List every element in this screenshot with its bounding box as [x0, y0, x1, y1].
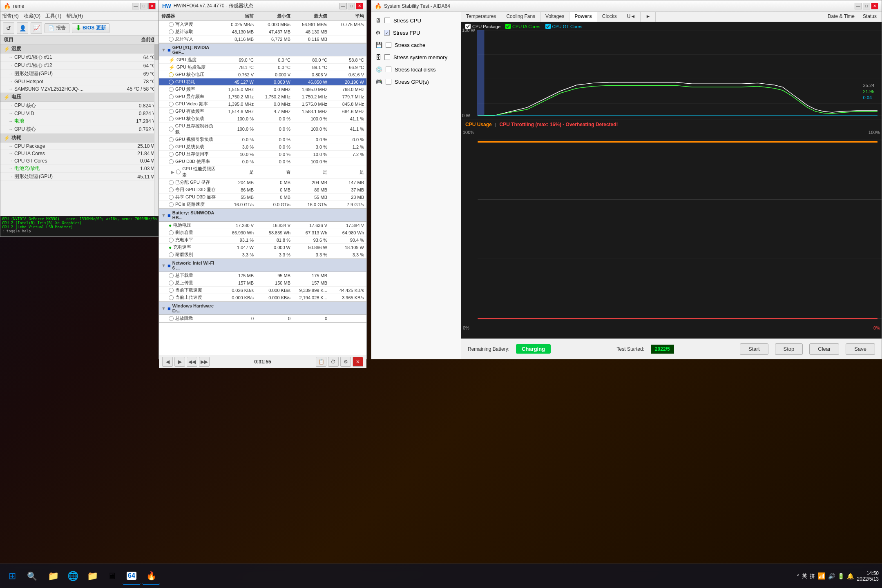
list-item: →CPU VID 0.824 V — [0, 110, 159, 117]
stress-fpu-checkbox[interactable] — [384, 30, 390, 36]
taskbar-file-explorer[interactable]: 📁 — [44, 567, 62, 585]
wifi-icon[interactable]: 📶 — [817, 572, 826, 580]
hwinfo-section-network: ▼ ■ Network: Intel Wi-Fi 6 ... 总下载量 175 … — [159, 259, 366, 302]
tab-temperatures[interactable]: Temperatures — [461, 12, 501, 22]
col-item: 项目 — [4, 36, 107, 43]
arrow-icon: → — [9, 79, 13, 84]
user-btn[interactable]: 👤 — [17, 22, 28, 34]
chart-btn[interactable]: 📈 — [31, 22, 42, 34]
tab-right-arrow[interactable]: ► — [641, 12, 656, 22]
clear-button[interactable]: Clear — [809, 343, 839, 355]
chevron-icon[interactable]: ^ — [797, 573, 799, 579]
fpu-icon: ⚙ — [375, 29, 381, 36]
hwinfo-close-btn[interactable]: ✕ — [356, 3, 363, 9]
stress-gpu-checkbox[interactable] — [386, 79, 391, 85]
table-row: 耐磨级别 3.3 % 3.3 % 3.3 % 3.3 % — [159, 251, 366, 258]
charging-badge: Charging — [516, 344, 551, 354]
section-power-label: 功耗 — [11, 134, 21, 141]
nav-forward-btn[interactable]: ▶ — [174, 357, 185, 367]
bios-update-btn[interactable]: ⬇ BIOS 更新 — [72, 23, 109, 33]
hw-copy-btn[interactable]: 📋 — [316, 357, 326, 367]
hw-close-btn[interactable]: ✕ — [353, 357, 363, 367]
section-voltage[interactable]: ⚡ 电压 — [0, 93, 159, 102]
legend-cpu-gt[interactable]: CPU GT Cores — [545, 24, 583, 29]
sst-maximize-btn[interactable]: □ — [863, 3, 870, 9]
aida-maximize-btn[interactable]: □ — [140, 3, 147, 9]
taskbar-aida64[interactable]: 🔥 — [142, 567, 160, 585]
menu-tools[interactable]: 工具(T) — [45, 13, 61, 20]
windows-icon: ⊞ — [9, 571, 16, 581]
hwinfo-section-gpu-header[interactable]: ▼ ■ GPU [#1]: NVIDIA GeF... — [159, 44, 366, 56]
hwinfo-content[interactable]: 写入速度 0.025 MB/s 0.000 MB/s 56.961 MB/s 0… — [159, 21, 366, 355]
stress-cpu-checkbox[interactable] — [384, 18, 390, 23]
nav-back-btn[interactable]: ◀ — [162, 357, 173, 367]
hwinfo-section-whe: ▼ ■ Windows Hardware Er... 总故障数 0 0 0 — [159, 302, 366, 323]
aida-close-btn[interactable]: ✕ — [148, 3, 156, 9]
nav-back2-btn[interactable]: ◀◀ — [187, 357, 197, 367]
legend-cpu-package[interactable]: CPU Package — [465, 24, 500, 29]
search-button[interactable]: 🔍 — [23, 567, 41, 585]
legend-cpu-package-check[interactable] — [465, 24, 471, 29]
hw-settings-btn[interactable]: ⚙ — [340, 357, 351, 367]
circle-icon — [169, 295, 174, 300]
start-button[interactable]: Start — [740, 343, 768, 355]
hwinfo-minimize-btn[interactable]: — — [339, 3, 347, 9]
sst-minimize-btn[interactable]: — — [855, 3, 862, 9]
refresh-btn[interactable]: ↺ — [3, 22, 14, 34]
stress-cache-checkbox[interactable] — [386, 42, 391, 48]
menu-reports[interactable]: 报告(R) — [2, 13, 19, 20]
hwinfo-section-battery-header[interactable]: ▼ ■ Battery: SUNWODA HB... — [159, 209, 366, 222]
tab-cooling[interactable]: Cooling Fans — [501, 12, 540, 22]
aida-minimize-btn[interactable]: — — [132, 3, 139, 9]
taskbar-clock[interactable]: 14:50 2022/5/13 — [857, 570, 879, 582]
report-icon: 📄 — [48, 25, 54, 31]
section-temperature[interactable]: ⚡ 温度 — [0, 45, 159, 53]
taskbar-hwinfo64[interactable]: 64 — [123, 567, 141, 585]
stress-cache-row: 💾 Stress cache — [375, 40, 457, 49]
hw-clock-btn[interactable]: ⏱ — [328, 357, 339, 367]
table-row: 总故障数 0 0 0 — [159, 315, 366, 322]
stress-memory-row: 🗄 Stress system memory — [375, 53, 457, 62]
arrow-icon: → — [9, 103, 13, 108]
menu-help[interactable]: 帮助(H) — [66, 13, 83, 20]
tab-powers[interactable]: Powers — [569, 12, 597, 22]
start-button[interactable]: ⊞ — [3, 567, 21, 585]
stress-disks-checkbox[interactable] — [386, 67, 391, 72]
taskbar-edge[interactable]: 🌐 — [64, 567, 82, 585]
legend-cpu-ia[interactable]: CPU IA Cores — [505, 24, 540, 29]
notification-icon[interactable]: 🔔 — [847, 573, 854, 579]
taskbar-explorer2[interactable]: 📁 — [83, 567, 101, 585]
lang-cn-icon[interactable]: 拼 — [810, 572, 815, 580]
circle-icon — [169, 22, 174, 27]
sst-close-btn[interactable]: ✕ — [871, 3, 878, 9]
nav-forward2-btn[interactable]: ▶▶ — [199, 357, 210, 367]
tab-clocks[interactable]: Clocks — [597, 12, 622, 22]
cpu12-value: 64 °C — [107, 63, 156, 69]
lang-en-icon[interactable]: 英 — [802, 572, 807, 580]
hwinfo-section-network-header[interactable]: ▼ ■ Network: Intel Wi-Fi 6 ... — [159, 259, 366, 272]
battery-icon[interactable]: 🔋 — [837, 573, 844, 579]
table-row: GPU 显存频率 1,750.2 MHz 1,750.2 MHz 1,750.2… — [159, 93, 366, 100]
cpu12-label: CPU #1/核心 #12 — [14, 62, 52, 69]
legend-cpu-ia-check[interactable] — [505, 24, 511, 29]
expand-icon: ▼ — [161, 213, 166, 218]
tab-left-arrow[interactable]: U◄ — [622, 12, 641, 22]
taskbar-monitor[interactable]: 🖥 — [103, 567, 121, 585]
legend-cpu-gt-check[interactable] — [545, 24, 551, 29]
hwinfo-section-battery: ▼ ■ Battery: SUNWODA HB... ● 电池电压 17.280… — [159, 209, 366, 259]
stress-cpu-row: 🖥 Stress CPU — [375, 16, 457, 25]
hwinfo-logo-icon: HW — [162, 3, 171, 9]
test-started-value: 2022/5 — [651, 345, 674, 354]
menu-favorites[interactable]: 收藏(O) — [24, 13, 40, 20]
section-power[interactable]: ⚡ 功耗 — [0, 134, 159, 143]
stop-button[interactable]: Stop — [775, 343, 803, 355]
bios-label: BIOS 更新 — [83, 24, 106, 31]
hwinfo-maximize-btn[interactable]: □ — [348, 3, 355, 9]
tab-voltages[interactable]: Voltages — [540, 12, 569, 22]
hwinfo-section-whe-header[interactable]: ▼ ■ Windows Hardware Er... — [159, 302, 366, 315]
stress-memory-checkbox[interactable] — [384, 54, 390, 60]
save-button[interactable]: Save — [846, 343, 875, 355]
volume-icon[interactable]: 🔊 — [828, 573, 835, 579]
report-btn[interactable]: 📄 报告 — [45, 23, 69, 33]
chart-right-0: 0% — [873, 325, 880, 330]
